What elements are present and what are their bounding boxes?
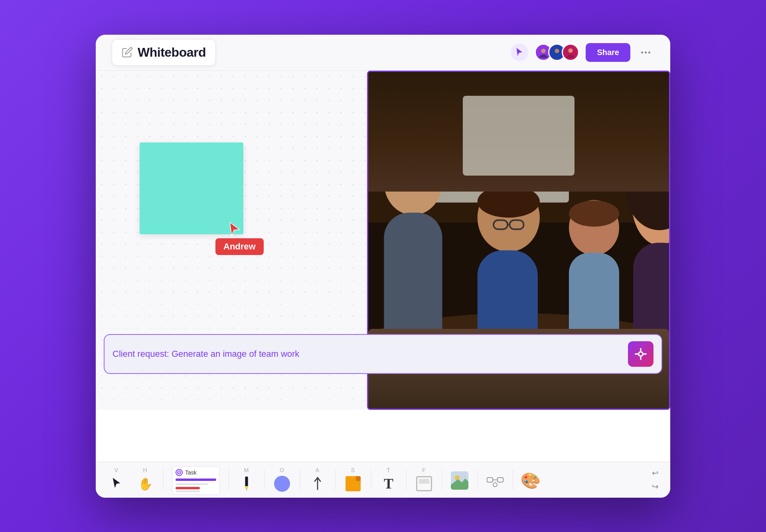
prompt-area: Client request: Generate an image of tea… <box>104 334 662 374</box>
header: Whiteboard <box>96 35 670 71</box>
mini-line-1 <box>176 483 208 485</box>
task-text: Task <box>185 469 197 476</box>
title-badge[interactable]: Whiteboard <box>112 39 216 66</box>
undo-button[interactable]: ↩ <box>648 467 662 479</box>
select-icon <box>108 475 125 492</box>
tool-h-label: H <box>143 467 147 473</box>
redo-button[interactable]: ↪ <box>648 481 662 492</box>
tool-a-label: A <box>316 467 320 473</box>
tool-t-label: T <box>387 467 391 473</box>
svg-point-33 <box>455 475 460 480</box>
avatar-3 <box>562 44 579 61</box>
page-title: Whiteboard <box>138 45 206 60</box>
svg-rect-35 <box>487 478 493 482</box>
divider-9 <box>477 470 478 490</box>
mini-card-top: Task <box>176 469 216 476</box>
svg-marker-29 <box>246 489 247 491</box>
tool-text[interactable]: T T <box>376 465 401 495</box>
edit-icon <box>122 47 133 58</box>
frame-icon <box>415 475 433 492</box>
svg-point-2 <box>555 49 559 53</box>
svg-point-1 <box>540 55 548 58</box>
tool-v-label: V <box>115 467 118 473</box>
tool-sticky[interactable]: S <box>340 465 366 495</box>
svg-point-20 <box>569 200 619 227</box>
tool-image[interactable] <box>447 468 472 492</box>
dot-3 <box>648 51 650 53</box>
mini-bar-purple <box>176 479 216 481</box>
arrow-icon <box>309 475 326 492</box>
sticky-icon <box>344 475 362 492</box>
divider-10 <box>513 470 513 490</box>
divider-6 <box>371 470 371 490</box>
header-right: Share <box>511 43 654 62</box>
app-window: Whiteboard <box>96 35 670 498</box>
flow-icon <box>486 472 504 489</box>
svg-point-0 <box>541 49 546 53</box>
cursor-button[interactable] <box>511 44 528 61</box>
user-cursor-label: Andrew <box>215 238 264 255</box>
svg-rect-27 <box>245 477 248 487</box>
svg-point-5 <box>567 55 575 58</box>
text-t-glyph: T <box>384 475 393 492</box>
ai-icon: 🎨 <box>521 471 541 491</box>
flow-svg <box>486 471 504 490</box>
tool-ai[interactable]: 🎨 <box>518 468 543 492</box>
tool-pencil[interactable]: M <box>234 465 259 495</box>
tool-hand[interactable]: H ✋ <box>132 465 158 495</box>
tool-shape[interactable]: O <box>269 465 295 495</box>
sticky-fold <box>356 476 361 481</box>
dot-2 <box>645 51 647 53</box>
text-icon: T <box>380 475 397 492</box>
canvas-area[interactable]: Andrew <box>96 71 670 410</box>
svg-point-4 <box>569 48 573 53</box>
frame-shape <box>416 476 432 491</box>
circle-icon <box>273 475 291 492</box>
divider-2 <box>229 470 229 490</box>
divider-4 <box>300 470 300 490</box>
tool-s-label: S <box>351 467 355 473</box>
sticky-note[interactable] <box>140 142 243 234</box>
divider-7 <box>406 470 407 490</box>
tool-select[interactable]: V <box>104 465 129 495</box>
mini-check <box>176 469 183 476</box>
tool-frame[interactable]: F <box>411 465 437 495</box>
mini-line-2 <box>176 490 200 492</box>
tool-o-label: O <box>280 467 284 473</box>
svg-rect-30 <box>245 486 248 488</box>
svg-point-25 <box>639 352 643 356</box>
divider-5 <box>335 470 336 490</box>
mini-red-bar <box>176 487 200 489</box>
sticky-shape <box>345 476 361 491</box>
share-button[interactable]: Share <box>586 43 630 62</box>
toolbar: V H ✋ <box>96 462 670 498</box>
tool-arrow[interactable]: A <box>305 465 330 495</box>
undo-redo-group: ↩ ↪ <box>648 467 662 492</box>
generate-button[interactable] <box>628 341 653 367</box>
avatars-group <box>535 44 579 61</box>
frame-header <box>419 479 429 484</box>
circle-shape <box>274 476 290 492</box>
tool-task-card[interactable]: Task <box>168 462 224 497</box>
tool-f-label: F <box>422 467 426 473</box>
mini-lines <box>176 483 216 492</box>
tool-m-label: M <box>244 467 249 473</box>
dot-1 <box>641 51 643 53</box>
divider-8 <box>442 470 442 490</box>
image-thumbnail <box>451 471 468 490</box>
divider-1 <box>163 470 163 490</box>
pencil-icon <box>238 475 255 492</box>
prompt-text: Client request: Generate an image of tea… <box>113 349 299 359</box>
svg-point-38 <box>493 483 497 487</box>
divider-3 <box>264 470 265 490</box>
svg-rect-36 <box>498 478 503 482</box>
image-icon <box>451 472 468 489</box>
hand-icon: ✋ <box>136 475 154 492</box>
user-cursor <box>227 222 242 238</box>
tool-flow[interactable] <box>482 468 508 492</box>
more-options-button[interactable] <box>637 44 654 61</box>
image-svg <box>451 471 468 490</box>
task-card-icon: Task <box>172 466 220 495</box>
svg-point-3 <box>553 55 561 58</box>
